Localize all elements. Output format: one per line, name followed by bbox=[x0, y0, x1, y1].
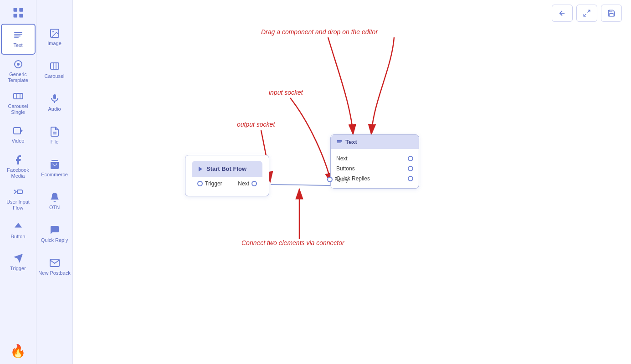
sidebar-item-video[interactable]: Video bbox=[1, 119, 36, 150]
svg-marker-14 bbox=[21, 129, 23, 133]
sidebar-item-new-postback-label: New Postback bbox=[38, 270, 70, 276]
node-text-header: Text bbox=[331, 135, 419, 149]
svg-line-28 bbox=[584, 14, 586, 16]
sidebar-item-video-label: Video bbox=[12, 138, 25, 144]
node-text-next-label: Next bbox=[336, 155, 348, 162]
grid-menu-icon[interactable] bbox=[0, 4, 36, 22]
toolbar bbox=[552, 5, 622, 22]
annotation-output-socket: output socket bbox=[237, 121, 275, 128]
node-text-row-next: Next bbox=[336, 154, 413, 164]
sidebar-item-image[interactable]: Image bbox=[37, 22, 72, 53]
svg-rect-22 bbox=[53, 94, 56, 99]
sidebar-item-otn-label: OTN bbox=[49, 205, 60, 210]
brand-logo: 🔥 bbox=[10, 343, 26, 364]
hint-drag: Drag a component and drop on the editor bbox=[261, 28, 378, 36]
sidebar-item-carousel-label: Carousel bbox=[44, 73, 64, 79]
sidebar-item-carousel-single-label: Carousel Single bbox=[2, 103, 35, 115]
sidebar-item-file[interactable]: File bbox=[37, 120, 72, 151]
svg-rect-0 bbox=[13, 8, 17, 12]
sidebar-item-text[interactable]: Text bbox=[1, 24, 36, 55]
svg-rect-6 bbox=[14, 36, 21, 36]
sidebar-item-ecommerce-label: Ecommerce bbox=[41, 172, 68, 178]
next-output-socket-start[interactable] bbox=[251, 181, 257, 186]
sidebar-item-audio-label: Audio bbox=[48, 106, 61, 112]
svg-point-18 bbox=[52, 31, 54, 32]
svg-rect-19 bbox=[51, 63, 59, 69]
sidebar-item-trigger-label: Trigger bbox=[10, 266, 26, 272]
sidebar-item-quick-reply[interactable]: Quick Reply bbox=[37, 219, 72, 250]
sidebar-item-generic-template[interactable]: Generic Template bbox=[1, 56, 36, 87]
save-button[interactable] bbox=[601, 5, 622, 22]
svg-line-27 bbox=[588, 10, 590, 12]
svg-rect-13 bbox=[14, 128, 21, 134]
sidebar-item-facebook-media-label: Facebook Media bbox=[2, 167, 35, 179]
next-output-socket-text[interactable] bbox=[408, 156, 413, 161]
go-back-button[interactable] bbox=[552, 5, 573, 22]
node-text-row-buttons: Buttons bbox=[336, 164, 413, 174]
sidebar-item-carousel[interactable]: Carousel bbox=[37, 55, 72, 86]
reply-input-socket[interactable] bbox=[327, 177, 333, 182]
svg-rect-2 bbox=[13, 14, 17, 17]
trigger-input-socket[interactable] bbox=[197, 181, 203, 186]
buttons-output-socket[interactable] bbox=[408, 166, 413, 171]
svg-rect-15 bbox=[17, 190, 22, 194]
hint-connect: Connect two elements via connector bbox=[241, 239, 344, 246]
sidebar-item-file-label: File bbox=[51, 139, 59, 145]
quick-replies-output-socket[interactable] bbox=[408, 176, 413, 181]
svg-rect-33 bbox=[337, 142, 341, 143]
node-text-buttons-label: Buttons bbox=[336, 165, 355, 172]
svg-rect-7 bbox=[14, 37, 19, 38]
sidebar-item-text-label: Text bbox=[13, 42, 22, 48]
svg-rect-32 bbox=[337, 141, 342, 142]
sidebar-item-user-input-flow[interactable]: User Input Flow bbox=[1, 183, 36, 214]
sidebar-item-button-label: Button bbox=[11, 234, 26, 240]
node-text-title-label: Text bbox=[345, 138, 357, 145]
sidebar-item-audio[interactable]: Audio bbox=[37, 87, 72, 118]
svg-rect-10 bbox=[14, 93, 23, 99]
svg-rect-3 bbox=[19, 14, 23, 17]
svg-marker-30 bbox=[199, 166, 202, 171]
next-label-start: Next bbox=[238, 180, 249, 187]
sidebar-item-trigger[interactable]: Trigger bbox=[1, 247, 36, 278]
svg-point-9 bbox=[17, 63, 20, 66]
sidebar-item-otn[interactable]: OTN bbox=[37, 186, 72, 217]
svg-marker-16 bbox=[14, 254, 23, 263]
node-start-bot-flow[interactable]: Start Bot Flow Trigger Next bbox=[185, 155, 269, 196]
canvas[interactable]: Drag a component and drop on the editor … bbox=[73, 0, 631, 364]
svg-rect-1 bbox=[19, 8, 23, 12]
node-text-reply-label: Reply bbox=[334, 176, 349, 183]
node-start-title-label: Start Bot Flow bbox=[206, 165, 246, 172]
sidebar-left: Text Generic Template Carousel Single Vi… bbox=[0, 0, 36, 364]
sidebar-item-user-input-flow-label: User Input Flow bbox=[2, 199, 35, 211]
svg-rect-31 bbox=[337, 140, 342, 140]
sidebar-item-button[interactable]: Button bbox=[1, 215, 36, 246]
node-start-body: Trigger Next bbox=[192, 177, 262, 190]
node-text[interactable]: Text Next Buttons Quick Replies Reply bbox=[330, 134, 419, 189]
node-text-body: Next Buttons Quick Replies Reply bbox=[331, 149, 419, 188]
sidebar-item-facebook-media[interactable]: Facebook Media bbox=[1, 151, 36, 182]
annotation-input-socket: input socket bbox=[269, 89, 303, 96]
sidebar-item-ecommerce[interactable]: Ecommerce bbox=[37, 153, 72, 184]
fit-screen-button[interactable] bbox=[576, 5, 597, 22]
sidebar-item-new-postback[interactable]: New Postback bbox=[37, 251, 72, 282]
sidebar-item-carousel-single[interactable]: Carousel Single bbox=[1, 87, 36, 118]
sidebar-item-image-label: Image bbox=[47, 41, 62, 46]
svg-rect-4 bbox=[14, 32, 22, 33]
sidebar-item-quick-reply-label: Quick Reply bbox=[41, 237, 68, 243]
node-start-header: Start Bot Flow bbox=[192, 161, 262, 177]
sidebar-right: Image Carousel Audio File bbox=[36, 0, 73, 364]
sidebar-item-generic-template-label: Generic Template bbox=[2, 72, 35, 83]
trigger-label: Trigger bbox=[205, 180, 222, 187]
svg-rect-5 bbox=[14, 34, 22, 35]
